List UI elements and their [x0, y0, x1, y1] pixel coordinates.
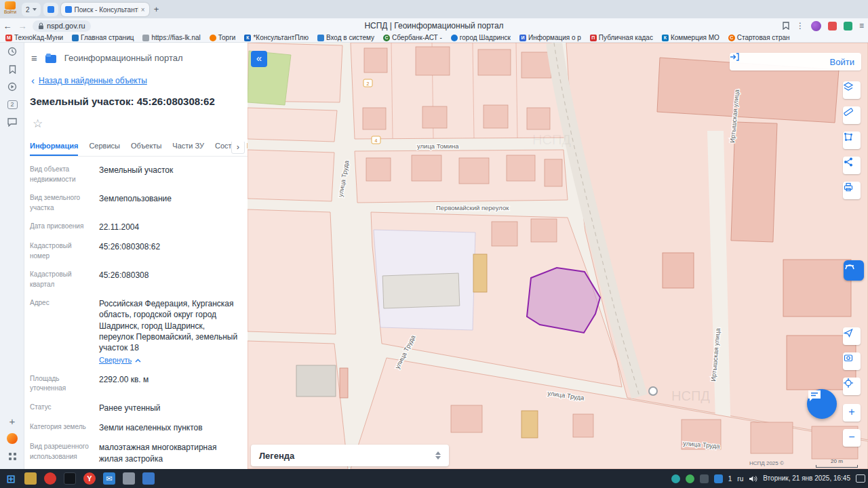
yandex-services-icon[interactable]: [0, 430, 24, 447]
back-icon[interactable]: ←: [0, 21, 15, 31]
promo-icon[interactable]: [828, 22, 837, 30]
bookmark-favicon: С: [728, 35, 735, 41]
bookmark-favicon: [451, 35, 458, 41]
address-bar[interactable]: nspd.gov.ru: [33, 20, 91, 32]
bookmark-item[interactable]: ККоммерция МО: [662, 34, 719, 41]
screenshot-tool-button[interactable]: [843, 352, 861, 370]
language-indicator[interactable]: ru: [737, 475, 743, 483]
new-tab-button[interactable]: +: [151, 3, 163, 16]
field-row: Адрес Российская Федерация, Курганская о…: [30, 298, 241, 365]
active-tab-title: Поиск - КонсультантПлю: [75, 6, 138, 14]
tray-app-icon[interactable]: [714, 474, 723, 483]
tray-app-icon[interactable]: [671, 474, 680, 483]
field-label: Вид объекта недвижимости: [30, 165, 99, 184]
pinned-tab-favicon: [47, 6, 54, 13]
pinned-tab[interactable]: [43, 3, 58, 16]
field-value: Землепользование: [99, 193, 241, 213]
street-label: Первомайский переулок: [436, 204, 509, 211]
browser-side-rail: 2 +: [0, 43, 24, 469]
parcel-block-north: [351, 43, 565, 139]
media-play-icon[interactable]: [0, 78, 24, 96]
forward-icon[interactable]: →: [15, 21, 30, 31]
poi-marker[interactable]: [649, 387, 657, 395]
bookmark-item[interactable]: Главная страниц: [72, 34, 134, 41]
bookmark-item[interactable]: Вход в систему: [317, 34, 374, 41]
legend-label: Легенда: [259, 451, 294, 461]
field-value: 22.11.2004: [99, 222, 241, 232]
bookmark-label: *КонсультантПлю: [253, 34, 309, 41]
browser-menu-icon[interactable]: ≡: [859, 21, 864, 30]
taskbar-clock[interactable]: Вторник, 21 янв 2025, 16:45: [763, 474, 850, 483]
bookmark-flag-icon[interactable]: [783, 22, 789, 30]
history-icon[interactable]: [0, 43, 24, 60]
browser-red-icon[interactable]: [41, 470, 59, 487]
terminal-icon[interactable]: [61, 470, 79, 487]
zoom-in-button[interactable]: +: [843, 404, 861, 422]
tray-app-icon[interactable]: [700, 474, 709, 483]
window-gray-icon[interactable]: [120, 470, 138, 487]
notification-center-icon[interactable]: [856, 474, 865, 483]
kebab-menu-icon[interactable]: ⋮: [796, 21, 804, 30]
field-value: малоэтажная многоквартирная жилая застро…: [99, 442, 241, 464]
tab-information[interactable]: Информация: [30, 142, 78, 156]
back-to-results-link[interactable]: ‹ Назад в найденные объекты: [31, 75, 248, 86]
bookmark-item[interactable]: К*КонсультантПлю: [244, 34, 309, 41]
bookmarks-panel-icon[interactable]: [0, 60, 24, 78]
tabs-count-badge[interactable]: 2: [0, 96, 24, 113]
field-row: Вид объекта недвижимостиЗемельный участо…: [30, 165, 241, 184]
bookmark-item[interactable]: город Шадринск: [451, 34, 511, 41]
mail-app-icon[interactable]: ✉: [100, 470, 118, 487]
measure-area-tool-button[interactable]: [843, 131, 861, 149]
collections-icon[interactable]: [844, 22, 852, 30]
locate-tool-button[interactable]: [843, 327, 861, 345]
zoom-out-button[interactable]: −: [843, 429, 861, 447]
tab-counter-value: 2: [26, 6, 30, 14]
bookmark-item[interactable]: ССтартовая стран: [728, 34, 790, 41]
tab-services[interactable]: Сервисы: [89, 142, 120, 156]
volume-icon[interactable]: [749, 475, 757, 483]
file-explorer-icon[interactable]: [22, 470, 39, 487]
print-tool-button[interactable]: [843, 182, 861, 199]
map-canvas[interactable]: 2 4 НСПД НСПД улица Томина Первомайский …: [248, 43, 868, 469]
share-tool-button[interactable]: [843, 157, 861, 174]
browser-avatar[interactable]: [811, 21, 821, 31]
favorite-star-icon[interactable]: ☆: [33, 117, 248, 131]
panel-menu-icon[interactable]: ≡: [31, 52, 37, 64]
bookmark-item[interactable]: ССбербанк-АСТ -: [383, 34, 442, 41]
object-title: Земельный участок: 45:26:080308:62: [30, 96, 248, 107]
close-tab-icon[interactable]: ×: [141, 6, 145, 14]
tabs-scroll-right-button[interactable]: ›: [231, 142, 245, 154]
window-blue-icon[interactable]: [140, 470, 157, 487]
layers-tool-button[interactable]: [843, 81, 861, 99]
collapse-panel-button[interactable]: «: [251, 51, 267, 67]
browser-profile-button[interactable]: Войти: [0, 0, 20, 18]
ruler-tool-button[interactable]: [843, 106, 861, 124]
login-icon: [730, 53, 739, 61]
add-panel-icon[interactable]: +: [0, 412, 24, 430]
bookmark-item[interactable]: ИИнформация о р: [519, 34, 581, 41]
geolocation-tool-button[interactable]: [843, 378, 861, 395]
bookmark-item[interactable]: Торги: [210, 34, 236, 41]
tab-parts[interactable]: Части ЗУ: [172, 142, 204, 156]
chat-panel-icon[interactable]: [0, 113, 24, 131]
bookmark-item[interactable]: https://fias-lk.nal: [142, 34, 200, 41]
browser-tab-strip: Войти 2 Поиск - КонсультантПлю × +: [0, 0, 868, 18]
building-gray: [382, 273, 460, 308]
collapse-address-link[interactable]: Свернуть: [99, 355, 241, 365]
profile-label: Войти: [0, 9, 20, 14]
active-tab[interactable]: Поиск - КонсультантПлю ×: [61, 3, 149, 16]
tray-app-icon[interactable]: [686, 474, 694, 483]
bookmark-label: город Шадринск: [460, 34, 511, 41]
map-login-button[interactable]: Войти: [730, 53, 861, 70]
legend-toggle[interactable]: Легенда: [251, 445, 449, 466]
apps-grid-icon[interactable]: [0, 447, 24, 465]
bookmark-item[interactable]: ППубличная кадас: [590, 34, 653, 41]
yandex-browser-icon[interactable]: Y: [81, 470, 98, 487]
tab-counter[interactable]: 2: [22, 3, 41, 16]
bookmark-item[interactable]: МТехноКад-Муни: [5, 34, 63, 41]
tab-objects[interactable]: Объекты: [131, 142, 161, 156]
support-chat-button[interactable]: [807, 389, 837, 419]
basemap-panel-button[interactable]: [844, 260, 864, 281]
bookmark-favicon: К: [662, 35, 669, 41]
start-button[interactable]: ⊞: [2, 470, 20, 487]
